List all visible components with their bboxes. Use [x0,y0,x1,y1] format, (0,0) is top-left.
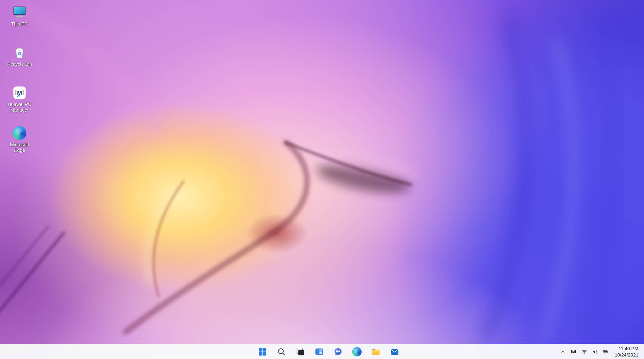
wifi-icon [581,349,587,355]
desktop-icon-huawei-pc-manager[interactable]: M Huawei PC Manager [3,84,36,124]
desktop-screen: This PC ♻ Recycle Bin M [0,0,644,359]
task-view-icon [296,347,305,356]
desktop-icon-label: Huawei PC Manager [4,102,35,113]
huawei-tray-letter: M [572,350,575,353]
system-tray: M [558,344,644,359]
chat-button[interactable] [330,345,347,358]
start-button[interactable] [254,345,271,358]
widgets-button[interactable] [311,345,328,358]
desktop-icon-label: Recycle Bin [7,61,32,67]
tray-overflow-button[interactable] [558,345,568,358]
desktop-icon-recycle-bin[interactable]: ♻ Recycle Bin [3,44,36,84]
chat-icon [333,347,343,356]
wallpaper [0,0,644,359]
search-button[interactable] [273,345,290,358]
edge-icon [352,347,362,356]
huawei-pc-manager-tray-icon: M [570,349,577,355]
taskbar: M [0,344,644,359]
chevron-up-icon [560,349,566,355]
mail-button[interactable] [386,345,403,358]
recycle-glyph: ♻ [17,51,22,57]
battery-button[interactable] [600,345,611,358]
taskbar-clock[interactable]: 11:40 PM 10/24/2021 [613,345,640,359]
battery-icon [602,349,609,355]
search-icon [277,347,286,356]
edge-button[interactable] [348,345,365,358]
desktop-icon-microsoft-edge[interactable]: Microsoft Edge [3,124,36,165]
desktop-icon-list: This PC ♻ Recycle Bin M [3,4,36,165]
huawei-pc-manager-tray-button[interactable]: M [568,345,579,358]
desktop-icon-label: Microsoft Edge [4,142,35,153]
huawei-pc-manager-icon: M [12,86,27,100]
file-explorer-button[interactable] [367,345,384,358]
desktop-icon-this-pc[interactable]: This PC [3,4,36,44]
mail-icon [390,347,399,356]
edge-icon [12,126,27,140]
task-view-button[interactable] [292,345,309,358]
wifi-button[interactable] [579,345,590,358]
volume-icon [592,349,598,355]
start-icon [258,347,267,356]
desktop-icon-label: This PC [11,21,28,27]
widgets-icon [314,347,324,356]
recycle-bin-icon: ♻ [12,45,27,60]
taskbar-center-group [254,344,403,359]
clock-date: 10/24/2021 [615,352,638,358]
wallpaper-art [0,0,644,359]
clock-time: 11:40 PM [615,345,638,352]
file-explorer-icon [371,347,380,356]
this-pc-icon [12,5,27,19]
volume-button[interactable] [590,345,600,358]
